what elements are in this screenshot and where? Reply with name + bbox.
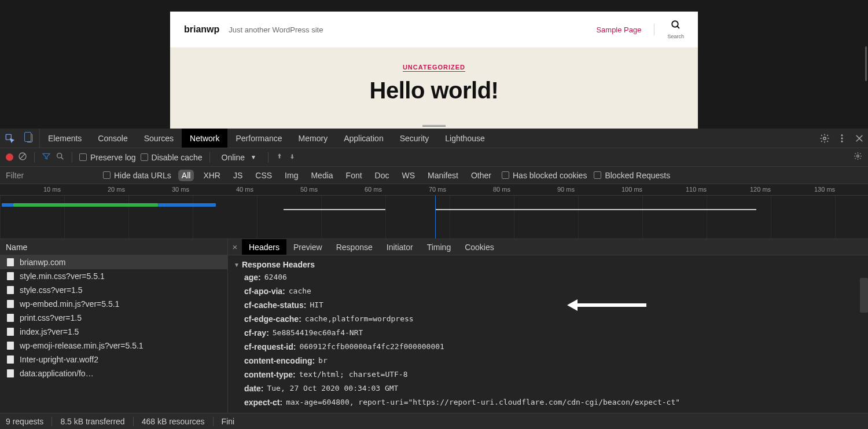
header-value: 060912fcfb00000af4fc22f000000001 (299, 342, 444, 351)
blocked-requests-checkbox[interactable]: Blocked Requests (594, 171, 670, 180)
hide-data-urls-checkbox[interactable]: Hide data URLs (103, 171, 171, 180)
site-tagline: Just another WordPress site (229, 25, 323, 34)
request-row[interactable]: style.css?ver=1.5 (0, 283, 227, 297)
throttling-select[interactable]: Online▼ (217, 153, 261, 162)
timeline-tick: 40 ms (236, 186, 253, 193)
search-label: Search (667, 34, 684, 39)
inspect-element-icon[interactable] (0, 129, 20, 148)
request-row[interactable]: wp-emoji-release.min.js?ver=5.5.1 (0, 339, 227, 353)
header-value: br (318, 356, 328, 365)
tab-security[interactable]: Security (392, 129, 437, 148)
network-filter-bar: Filter Hide data URLs AllXHRJSCSSImgMedi… (0, 167, 868, 184)
nav-link-sample-page[interactable]: Sample Page (596, 25, 641, 34)
status-transferred: 8.5 kB transferred (60, 417, 124, 426)
header-name: cf-ray: (244, 328, 269, 338)
download-har-icon[interactable] (288, 152, 296, 163)
record-button[interactable] (6, 153, 13, 161)
filter-type-js[interactable]: JS (230, 170, 246, 181)
disable-cache-checkbox[interactable]: Disable cache (141, 153, 203, 162)
request-row[interactable]: wp-embed.min.js?ver=5.5.1 (0, 297, 227, 311)
clear-icon[interactable] (18, 152, 27, 163)
response-header-row: expect-ct:max-age=604800, report-uri="ht… (231, 395, 868, 409)
svg-line-12 (61, 157, 64, 159)
request-row[interactable]: Inter-upright-var.woff2 (0, 353, 227, 366)
site-title[interactable]: brianwp (184, 24, 219, 35)
scrollbar[interactable] (860, 278, 868, 313)
filter-type-media[interactable]: Media (307, 170, 336, 181)
annotation-arrow (567, 299, 646, 311)
search-button[interactable]: Search (667, 20, 684, 39)
filter-type-font[interactable]: Font (343, 170, 366, 181)
timeline-tick: 100 ms (621, 186, 642, 193)
post-title[interactable]: Hello world! (370, 78, 499, 104)
close-devtools-icon[interactable] (851, 133, 868, 144)
header-value: max-age=604800, report-uri="https://repo… (286, 398, 680, 407)
request-detail-panel: × HeadersPreviewResponseInitiatorTimingC… (228, 239, 868, 429)
tab-lighthouse[interactable]: Lighthouse (437, 129, 493, 148)
header-name: expect-ct: (244, 398, 282, 407)
chevron-down-icon: ▼ (251, 154, 256, 160)
tab-application[interactable]: Application (336, 129, 392, 148)
request-name: brianwp.com (20, 258, 65, 267)
tab-console[interactable]: Console (90, 129, 135, 148)
response-headers-section[interactable]: ▼ Response Headers (231, 259, 868, 270)
detail-tab-cookies[interactable]: Cookies (458, 239, 501, 255)
tab-elements[interactable]: Elements (40, 129, 90, 148)
device-toolbar-icon[interactable] (20, 129, 39, 148)
request-name: style.css?ver=1.5 (20, 285, 83, 295)
has-blocked-cookies-checkbox[interactable]: Has blocked cookies (502, 171, 587, 180)
filter-input[interactable]: Filter (6, 171, 96, 180)
detail-tab-timing[interactable]: Timing (420, 239, 458, 255)
filter-icon[interactable] (42, 152, 51, 163)
filter-type-all[interactable]: All (178, 170, 194, 181)
request-name: print.css?ver=1.5 (20, 313, 82, 322)
filter-type-ws[interactable]: WS (399, 170, 419, 181)
header-name: age: (244, 273, 261, 282)
detail-tab-response[interactable]: Response (329, 239, 380, 255)
filter-type-other[interactable]: Other (468, 170, 495, 181)
request-name: style.min.css?ver=5.5.1 (20, 272, 105, 281)
filter-type-manifest[interactable]: Manifest (424, 170, 462, 181)
header-value: text/html; charset=UTF-8 (299, 370, 408, 379)
file-icon (7, 355, 14, 364)
request-name: wp-emoji-release.min.js?ver=5.5.1 (20, 341, 144, 350)
header-value: 5e8854419ec60af4-NRT (273, 328, 363, 338)
network-status-bar: 9 requests 8.5 kB transferred 468 kB res… (0, 413, 868, 429)
detail-tab-headers[interactable]: Headers (242, 239, 286, 255)
request-row[interactable]: index.js?ver=1.5 (0, 325, 227, 339)
timeline-tick: 80 ms (493, 186, 510, 193)
tab-sources[interactable]: Sources (136, 129, 182, 148)
tab-network[interactable]: Network (182, 129, 227, 148)
request-name: index.js?ver=1.5 (20, 327, 79, 336)
detail-tab-preview[interactable]: Preview (286, 239, 329, 255)
close-detail-icon[interactable]: × (228, 239, 242, 255)
detail-tab-initiator[interactable]: Initiator (380, 239, 420, 255)
request-row[interactable]: data:application/fo… (0, 366, 227, 380)
more-options-icon[interactable] (833, 133, 851, 144)
tab-performance[interactable]: Performance (227, 129, 290, 148)
request-row[interactable]: brianwp.com (0, 255, 227, 269)
file-icon (7, 314, 14, 322)
response-header-row: cf-cache-status:HIT (231, 298, 868, 312)
search-icon[interactable] (56, 152, 65, 163)
file-icon (7, 342, 14, 350)
filter-type-css[interactable]: CSS (252, 170, 275, 181)
settings-icon[interactable] (816, 133, 833, 144)
request-row[interactable]: style.min.css?ver=5.5.1 (0, 269, 227, 283)
network-settings-icon[interactable] (854, 152, 862, 163)
devtools-resize-handle[interactable] (422, 125, 446, 127)
filter-type-img[interactable]: Img (281, 170, 301, 181)
tab-memory[interactable]: Memory (290, 129, 336, 148)
request-name: Inter-upright-var.woff2 (20, 355, 98, 364)
preserve-log-checkbox[interactable]: Preserve log (79, 153, 136, 162)
status-requests: 9 requests (6, 417, 43, 426)
network-timeline[interactable]: 10 ms20 ms30 ms40 ms50 ms60 ms70 ms80 ms… (0, 184, 868, 239)
svg-point-0 (672, 21, 678, 27)
post-category[interactable]: UNCATEGORIZED (403, 64, 465, 72)
filter-type-xhr[interactable]: XHR (200, 170, 224, 181)
upload-har-icon[interactable] (275, 152, 284, 163)
filter-type-doc[interactable]: Doc (372, 170, 393, 181)
scrollbar[interactable] (865, 46, 867, 81)
request-row[interactable]: print.css?ver=1.5 (0, 311, 227, 325)
column-header-name[interactable]: Name (0, 239, 227, 255)
